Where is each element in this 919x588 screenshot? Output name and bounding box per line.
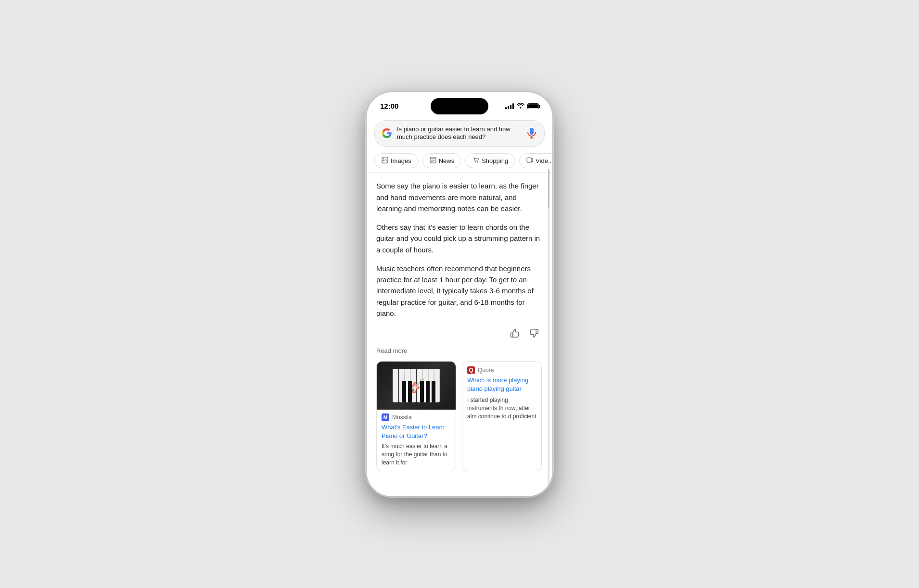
battery-icon [527, 103, 539, 109]
wifi-icon [517, 102, 524, 110]
svg-point-7 [477, 162, 478, 163]
ai-paragraph-3: Music teachers often recommend that begi… [376, 263, 543, 319]
mussila-card-snippet: It's much easier to learn a song for the… [382, 442, 451, 466]
google-logo [382, 128, 392, 138]
main-content: Some say the piano is easier to learn, a… [367, 173, 552, 496]
ai-paragraph-2: Others say that it's easier to learn cho… [376, 222, 543, 255]
search-query-text: Is piano or guitar easier to learn and h… [397, 125, 521, 142]
mussila-source-name: Mussila [392, 414, 412, 421]
svg-rect-0 [382, 157, 388, 163]
ai-answer-block: Some say the piano is easier to learn, a… [376, 180, 543, 319]
quora-favicon: Q [467, 366, 475, 374]
card-mussila[interactable]: 🎸 M Mussila What's Easier to Learn Piano… [376, 361, 456, 471]
quora-source-name: Quora [478, 367, 494, 374]
phone-frame: 12:00 [366, 91, 553, 497]
mic-icon[interactable] [526, 127, 537, 139]
mussila-card-title: What's Easier to Learn Piano or Guitar? [382, 423, 451, 440]
quora-card-title: Which is more playing piano playing guit… [467, 376, 536, 393]
svg-point-1 [383, 159, 384, 160]
dynamic-island [431, 98, 488, 114]
chip-news-label: News [439, 157, 455, 164]
ai-paragraph-1: Some say the piano is easier to learn, a… [376, 180, 543, 214]
chip-videos-label: Vide... [536, 157, 552, 164]
status-icons [505, 102, 539, 110]
shopping-chip-icon [472, 157, 479, 165]
thumbs-down-button[interactable] [527, 326, 541, 342]
chip-images-label: Images [391, 157, 411, 164]
chip-videos[interactable]: Vide... [519, 153, 552, 168]
chip-shopping-label: Shopping [482, 157, 508, 164]
svg-rect-8 [527, 158, 532, 163]
card-mussila-source-row: M Mussila [382, 413, 451, 421]
phone-screen: 12:00 [367, 92, 552, 496]
status-time: 12:00 [380, 102, 398, 110]
signal-icon [505, 103, 514, 109]
feedback-row [376, 326, 543, 342]
videos-chip-icon [526, 157, 533, 165]
chip-shopping[interactable]: Shopping [465, 153, 515, 168]
power-button [552, 198, 553, 241]
result-cards: 🎸 M Mussila What's Easier to Learn Piano… [376, 361, 543, 471]
images-chip-icon [382, 157, 388, 165]
svg-point-6 [475, 162, 476, 163]
read-more-link[interactable]: Read more [376, 347, 543, 354]
search-bar[interactable]: Is piano or guitar easier to learn and h… [374, 120, 545, 147]
chip-news[interactable]: News [422, 153, 462, 168]
scroll-indicator [548, 169, 549, 487]
mussila-favicon: M [382, 413, 389, 421]
chip-images[interactable]: Images [374, 153, 419, 168]
card-quora[interactable]: Q Quora Which is more playing piano play… [462, 361, 542, 471]
filter-chips: Images News [367, 150, 552, 173]
quora-card-snippet: I started playing instruments th now, af… [467, 396, 536, 420]
scroll-thumb [548, 169, 549, 208]
news-chip-icon [430, 157, 436, 165]
card-quora-source-row: Q Quora [467, 366, 536, 374]
card-mussila-image: 🎸 [377, 362, 456, 410]
thumbs-up-button[interactable] [508, 326, 522, 342]
